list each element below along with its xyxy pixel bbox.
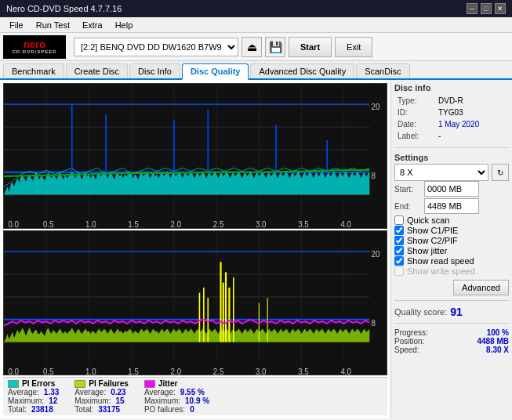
disc-info-section: Disc info Type: DVD-R ID: TYG03 Date: 1 … <box>394 83 509 143</box>
svg-text:1.5: 1.5 <box>128 219 139 228</box>
show-write-speed-row: Show write speed <box>394 266 509 276</box>
svg-text:3.0: 3.0 <box>256 219 267 228</box>
show-read-speed-checkbox[interactable] <box>394 256 404 266</box>
jitter-max-label: Maximum: <box>144 396 180 405</box>
show-c1pie-row: Show C1/PIE <box>394 226 509 235</box>
show-jitter-checkbox[interactable] <box>394 246 404 255</box>
svg-text:2.0: 2.0 <box>171 219 182 228</box>
jitter-color <box>144 380 155 388</box>
pi-errors-color <box>8 380 19 388</box>
menu-file[interactable]: File <box>3 19 30 31</box>
legend-pi-failures: PI Failures Average: 0.23 Maximum: 15 To… <box>74 379 129 414</box>
pi-failures-avg-value: 0.23 <box>111 388 125 396</box>
progress-value: 100 % <box>487 328 509 337</box>
eject-icon[interactable]: ⏏ <box>241 37 262 57</box>
svg-text:3.0: 3.0 <box>256 366 267 375</box>
svg-text:4.0: 4.0 <box>340 219 351 228</box>
bottom-chart: 0.0 0.5 1.0 1.5 2.0 2.5 3.0 3.5 4.0 4.5 … <box>3 230 387 376</box>
window-controls: ─ □ ✕ <box>467 3 506 14</box>
svg-text:0.5: 0.5 <box>43 366 54 375</box>
drive-selector[interactable]: [2:2] BENQ DVD DD DW1620 B7W9 <box>74 38 238 56</box>
show-c2pif-checkbox[interactable] <box>394 236 404 245</box>
type-label: Type: <box>396 96 435 106</box>
pi-errors-total-value: 23818 <box>31 405 53 414</box>
pi-failures-max-value: 15 <box>115 396 124 405</box>
tab-disc-quality[interactable]: Disc Quality <box>182 63 249 80</box>
quick-scan-label: Quick scan <box>407 215 449 225</box>
speed-label: Speed: <box>394 346 419 354</box>
jitter-max-value: 10.9 % <box>185 396 209 405</box>
separator-1 <box>394 147 509 148</box>
settings-section: Settings 8 X ↻ Start: End: Quick scan <box>394 153 509 277</box>
progress-section: Progress: 100 % Position: 4488 MB Speed:… <box>394 328 509 354</box>
show-write-speed-checkbox <box>394 266 404 276</box>
svg-text:1.0: 1.0 <box>85 219 96 228</box>
pi-failures-total-label: Total: <box>74 405 93 414</box>
tab-create-disc[interactable]: Create Disc <box>66 63 128 78</box>
svg-text:2.5: 2.5 <box>213 219 224 228</box>
show-c2pif-row: Show C2/PIF <box>394 236 509 245</box>
start-field-input[interactable] <box>424 181 479 197</box>
svg-text:4.0: 4.0 <box>340 366 351 375</box>
pi-failures-max-label: Maximum: <box>74 396 111 405</box>
end-field-label: End: <box>394 202 421 211</box>
svg-text:0.5: 0.5 <box>43 219 54 228</box>
advanced-button[interactable]: Advanced <box>453 280 509 295</box>
svg-text:20: 20 <box>371 248 379 258</box>
pi-errors-avg-label: Average: <box>8 388 39 396</box>
separator-3 <box>394 323 509 324</box>
pi-failures-avg-label: Average: <box>74 388 106 396</box>
tab-scan-disc[interactable]: ScanDisc <box>356 63 409 78</box>
maximize-button[interactable]: □ <box>481 3 492 14</box>
quality-score-label: Quality score: <box>394 307 447 317</box>
svg-text:3.5: 3.5 <box>298 219 309 228</box>
type-value: DVD-R <box>437 96 507 106</box>
start-field-label: Start: <box>394 185 421 194</box>
progress-row: Progress: 100 % <box>394 328 509 337</box>
svg-rect-0 <box>4 84 387 228</box>
pi-errors-avg-value: 1.33 <box>44 388 59 396</box>
disc-label-label: Label: <box>396 131 435 141</box>
start-field-row: Start: <box>394 181 509 197</box>
end-field-input[interactable] <box>424 198 479 214</box>
tab-bar: Benchmark Create Disc Disc Info Disc Qua… <box>0 61 512 80</box>
menu-run-test[interactable]: Run Test <box>30 19 76 31</box>
top-chart: 0.0 0.5 1.0 1.5 2.0 2.5 3.0 3.5 4.0 4.5 … <box>3 83 387 229</box>
tab-advanced-disc-quality[interactable]: Advanced Disc Quality <box>250 63 354 78</box>
svg-text:8: 8 <box>371 317 375 327</box>
settings-refresh-icon[interactable]: ↻ <box>492 164 509 181</box>
position-label: Position: <box>394 337 424 346</box>
svg-text:2.5: 2.5 <box>213 366 224 375</box>
svg-text:3.5: 3.5 <box>298 366 309 375</box>
legend-pi-errors: PI Errors Average: 1.33 Maximum: 12 Tota… <box>8 379 59 414</box>
menu-bar: File Run Test Extra Help <box>0 17 512 33</box>
quick-scan-row: Quick scan <box>394 215 509 225</box>
menu-extra[interactable]: Extra <box>76 19 109 31</box>
disc-info-table: Type: DVD-R ID: TYG03 Date: 1 May 2020 L… <box>394 94 509 143</box>
minimize-button[interactable]: ─ <box>467 3 478 14</box>
quick-scan-checkbox[interactable] <box>394 215 404 225</box>
pi-failures-color <box>74 380 85 388</box>
quality-score-value: 91 <box>450 306 463 318</box>
show-c1pie-checkbox[interactable] <box>394 226 404 235</box>
disc-label-value: - <box>437 131 507 141</box>
speed-selector[interactable]: 8 X <box>394 164 488 181</box>
exit-button[interactable]: Exit <box>335 37 372 57</box>
jitter-po-value: 0 <box>190 405 194 414</box>
save-icon[interactable]: 💾 <box>265 37 285 57</box>
pi-failures-total-value: 33175 <box>98 405 120 414</box>
tab-benchmark[interactable]: Benchmark <box>3 63 64 78</box>
nero-logo: nero CD·DVD/SPEED <box>3 35 66 59</box>
svg-text:2.0: 2.0 <box>171 366 182 375</box>
tab-disc-info[interactable]: Disc Info <box>129 63 180 78</box>
settings-title: Settings <box>394 153 509 162</box>
close-button[interactable]: ✕ <box>495 3 506 14</box>
start-button[interactable]: Start <box>289 37 332 57</box>
title-bar: Nero CD-DVD Speed 4.7.7.16 ─ □ ✕ <box>0 0 512 17</box>
pi-errors-total-label: Total: <box>8 405 27 414</box>
speed-value: 8.30 X <box>486 346 509 354</box>
show-c1pie-label: Show C1/PIE <box>407 226 458 235</box>
menu-help[interactable]: Help <box>109 19 140 31</box>
jitter-avg-label: Average: <box>144 388 176 396</box>
svg-text:20: 20 <box>371 101 379 111</box>
